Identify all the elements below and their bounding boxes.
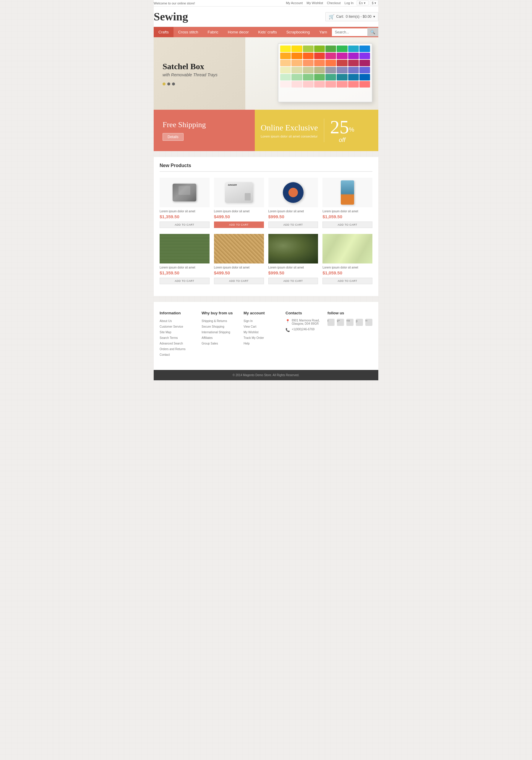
exclusive-subtitle: Lorem ipsum dolor sit amet consectetur — [261, 134, 318, 138]
nav-item-kids-crafts[interactable]: Kids' crafts — [253, 27, 282, 37]
product-price-8: $1,059.50 — [323, 270, 373, 275]
cart-count-price: 0 item(s) - $0.00 — [346, 15, 372, 19]
cart-dropdown-icon: ▾ — [373, 15, 375, 19]
products-grid-row1: Lorem ipsum dolor sit amet $1,359.50 ADD… — [159, 178, 373, 228]
footer-link-secure-shopping[interactable]: Secure Shopping — [201, 324, 238, 329]
free-shipping-title: Free Shipping — [162, 120, 206, 129]
nav-item-fabric[interactable]: Fabric — [203, 27, 223, 37]
currency-selector[interactable]: $ ▾ — [370, 1, 378, 5]
footer: Information About Us Customer Service Si… — [154, 302, 378, 370]
add-to-cart-button-1[interactable]: ADD TO CART — [159, 221, 209, 228]
product-name-2: Lorem ipsum dolor sit amet — [214, 210, 264, 213]
footer-link-track-order[interactable]: Track My Order — [244, 336, 280, 340]
add-to-cart-button-7[interactable]: ADD TO CART — [268, 278, 318, 284]
social-icon-rss[interactable]: rss — [346, 319, 353, 326]
discount-number: 25 — [330, 117, 349, 137]
footer-information-title: Information — [159, 311, 196, 315]
promo-area: Free Shipping Details Online Exclusive L… — [154, 110, 378, 151]
hero-image — [245, 37, 378, 110]
footer-my-account-title: My account — [244, 311, 280, 315]
social-icon-facebook[interactable]: f — [328, 319, 334, 326]
footer-link-view-cart[interactable]: View Cart — [244, 324, 280, 329]
product-price-3: $999.50 — [268, 214, 318, 219]
product-card-7: Lorem ipsum dolor sit amet $999.50 ADD T… — [268, 234, 318, 284]
product-name-3: Lorem ipsum dolor sit amet — [268, 210, 318, 213]
language-selector[interactable]: En ▾ — [357, 1, 369, 5]
footer-contacts-info: 📍 8901 Marmora Road, Glasgow, D04 89GR 📞… — [286, 319, 322, 332]
footer-link-affiliates[interactable]: Affiliates — [201, 336, 238, 340]
add-to-cart-button-5[interactable]: ADD TO CART — [159, 278, 209, 284]
hero-dot-2[interactable] — [167, 82, 170, 85]
footer-address: 8901 Marmora Road, Glasgow, D04 89GR — [292, 319, 322, 325]
add-to-cart-button-2[interactable]: ADD TO CART — [214, 221, 264, 228]
checkout-link[interactable]: Checkout — [327, 1, 340, 5]
search-input[interactable] — [332, 28, 367, 36]
footer-link-sign-in[interactable]: Sign In — [244, 319, 280, 323]
footer-link-orders-returns[interactable]: Orders and Returns — [159, 347, 196, 351]
social-icons: f g+ rss p in — [328, 319, 373, 327]
footer-link-site-map[interactable]: Site Map — [159, 330, 196, 334]
footer-link-international[interactable]: International Shipping — [201, 330, 238, 334]
cart-label: Cart: — [336, 15, 344, 19]
hero-dot-1[interactable] — [162, 82, 165, 85]
nav-item-cross-stitch[interactable]: Cross stitch — [173, 27, 203, 37]
product-image-3 — [268, 178, 318, 207]
footer-link-shipping-returns[interactable]: Shipping & Returns — [201, 319, 238, 323]
nav-item-home-decor[interactable]: Home decor — [223, 27, 253, 37]
footer-link-contact[interactable]: Contact — [159, 353, 196, 357]
add-to-cart-button-6[interactable]: ADD TO CART — [214, 278, 264, 284]
footer-why-buy-title: Why buy from us — [201, 311, 238, 315]
my-wishlist-link[interactable]: My Wishlist — [306, 1, 323, 5]
search-button[interactable]: 🔍 — [367, 28, 378, 36]
nav-item-scrapbooking[interactable]: Scrapbooking — [282, 27, 315, 37]
footer-col-information: Information About Us Customer Service Si… — [159, 311, 196, 358]
footer-link-about[interactable]: About Us — [159, 319, 196, 323]
login-link[interactable]: Log In — [345, 1, 354, 5]
hero-dots — [162, 82, 217, 85]
nav-item-yarn[interactable]: Yarn — [315, 27, 332, 37]
hero-dot-3[interactable] — [172, 82, 175, 85]
product-card-2: SINGER Lorem ipsum dolor sit amet $499.5… — [214, 178, 264, 228]
product-card-4: Lorem ipsum dolor sit amet $1,059.50 ADD… — [323, 178, 373, 228]
product-name-5: Lorem ipsum dolor sit amet — [159, 266, 209, 269]
footer-link-advanced-search[interactable]: Advanced Search — [159, 341, 196, 346]
cart-widget[interactable]: 🛒 Cart: 0 item(s) - $0.00 ▾ — [326, 12, 378, 21]
add-to-cart-button-4[interactable]: ADD TO CART — [323, 221, 373, 228]
hero-banner: Satchel Box with Removable Thread Trays — [154, 37, 378, 110]
footer-link-group-sales[interactable]: Group Sales — [201, 341, 238, 346]
new-products-section: New Products Lorem ipsum dolor sit amet … — [154, 157, 378, 296]
social-icon-pinterest[interactable]: p — [356, 319, 363, 326]
phone-icon: 📞 — [286, 328, 290, 332]
footer-link-customer-service[interactable]: Customer Service — [159, 324, 196, 329]
promo-free-shipping: Free Shipping Details — [154, 110, 255, 151]
promo-exclusive-text: Online Exclusive Lorem ipsum dolor sit a… — [261, 123, 318, 138]
product-card-6: Lorem ipsum dolor sit amet $499.50 ADD T… — [214, 234, 264, 284]
welcome-message: Welcome to our online store! — [154, 1, 195, 5]
nav-item-crafts[interactable]: Crafts — [154, 27, 173, 37]
add-to-cart-button-3[interactable]: ADD TO CART — [268, 221, 318, 228]
logo[interactable]: Sewing — [154, 10, 188, 23]
social-icon-google-plus[interactable]: g+ — [337, 319, 344, 326]
footer-phone: +1(000)246-6769 — [292, 328, 315, 331]
product-image-5 — [159, 234, 209, 263]
footer-col-why-buy: Why buy from us Shipping & Returns Secur… — [201, 311, 238, 358]
product-price-5: $1,359.50 — [159, 270, 209, 275]
add-to-cart-button-8[interactable]: ADD TO CART — [323, 278, 373, 284]
product-name-7: Lorem ipsum dolor sit amet — [268, 266, 318, 269]
my-account-link[interactable]: My Account — [286, 1, 303, 5]
discount-off: off — [330, 137, 354, 143]
footer-link-search-terms[interactable]: Search Terms — [159, 336, 196, 340]
footer-link-my-wishlist[interactable]: My Wishlist — [244, 330, 280, 334]
product-name-1: Lorem ipsum dolor sit amet — [159, 210, 209, 213]
product-image-7 — [268, 234, 318, 263]
exclusive-title: Online Exclusive — [261, 123, 318, 133]
social-icon-linkedin[interactable]: in — [365, 319, 373, 326]
footer-link-help[interactable]: Help — [244, 341, 280, 346]
free-shipping-details-button[interactable]: Details — [162, 133, 184, 141]
product-card-5: Lorem ipsum dolor sit amet $1,359.50 ADD… — [159, 234, 209, 284]
promo-divider — [324, 119, 324, 142]
hero-subtitle: with Removable Thread Trays — [162, 72, 217, 77]
footer-col-follow-us: follow us f g+ rss p in — [328, 311, 373, 358]
copyright-text: © 2014 Magento Demo Store. All Rights Re… — [159, 373, 373, 377]
cart-icon: 🛒 — [329, 14, 334, 20]
